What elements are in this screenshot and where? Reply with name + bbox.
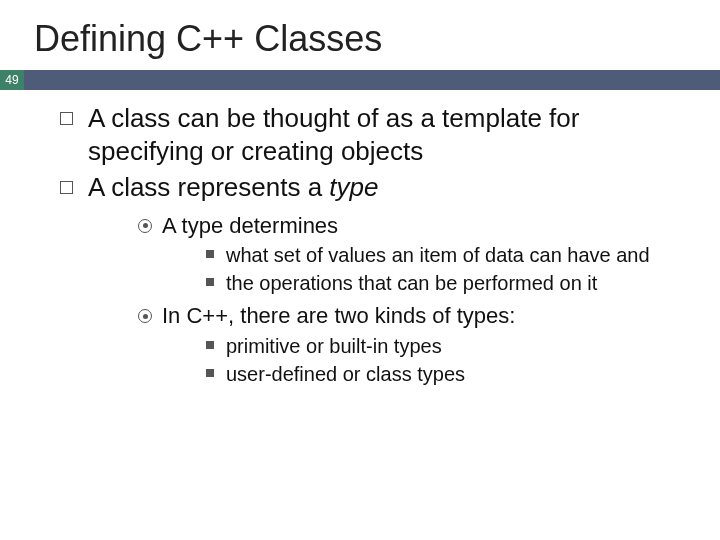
bullet-l3: the operations that can be performed on … xyxy=(206,270,690,296)
slide-title: Defining C++ Classes xyxy=(0,0,720,70)
bullet-l3: what set of values an item of data can h… xyxy=(206,242,690,268)
bullet-l1: A class represents a type A type determi… xyxy=(60,171,690,387)
color-band: 49 xyxy=(0,70,720,90)
bullet-l1: A class can be thought of as a template … xyxy=(60,102,690,167)
page-number-badge: 49 xyxy=(0,70,24,90)
bullet-l3: user-defined or class types xyxy=(206,361,690,387)
slide-body: A class can be thought of as a template … xyxy=(0,90,720,387)
bullet-l3: primitive or built-in types xyxy=(206,333,690,359)
bullet-l2: In C++, there are two kinds of types: pr… xyxy=(138,302,690,387)
bullet-l2: A type determines what set of values an … xyxy=(138,212,690,297)
bullet-text: In C++, there are two kinds of types: xyxy=(162,303,515,328)
bullet-text: A class represents a xyxy=(88,172,329,202)
bullet-text: A type determines xyxy=(162,213,338,238)
bullet-emphasis: type xyxy=(329,172,378,202)
